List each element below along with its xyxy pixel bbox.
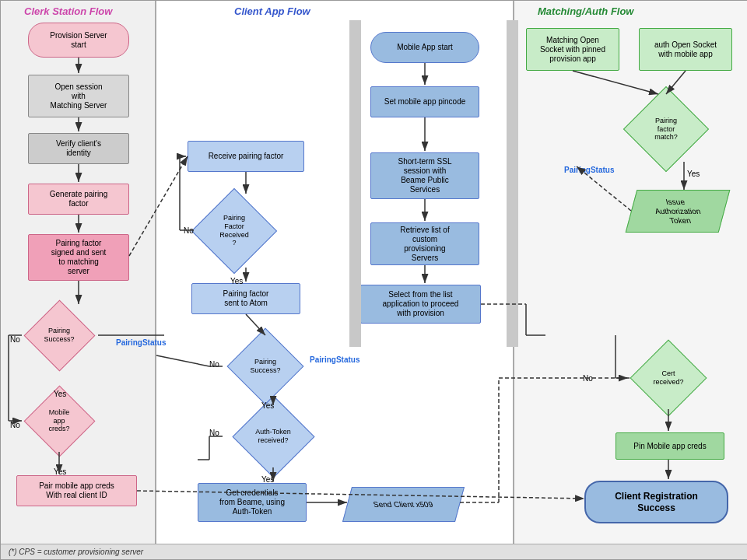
pairing-factor-match-label: Pairing factor match? <box>654 117 678 142</box>
open-session-label: Open session with Matching Server <box>51 82 107 110</box>
matching-open-socket-label: Matching Open Socket with pinned provisi… <box>540 36 605 64</box>
clerk-column-title: Clerk Station Flow <box>24 5 112 17</box>
pairing-success-client-label: Pairing Success? <box>250 358 280 375</box>
provision-server-shape: Provision Server start <box>28 23 129 58</box>
verify-identity-shape: Verify client's identity <box>28 133 129 164</box>
set-pincode-shape: Set mobile app pincode <box>370 86 479 117</box>
matching-open-socket-shape: Matching Open Socket with pinned provisi… <box>526 28 619 71</box>
generate-pairing-label: Generate pairing factor <box>50 190 108 208</box>
flowchart-container: Clerk Station Flow Client App Flow Match… <box>0 0 747 560</box>
cert-received-diamond: Cert received? <box>630 347 707 409</box>
inner-divider-right <box>507 20 518 347</box>
pairing-success-clerk-label: Pairing Success? <box>44 327 74 344</box>
pin-mobile-creds-label: Pin Mobile app creds <box>633 442 706 451</box>
pairing-factor-match-diamond: Pairing factor match? <box>623 94 709 164</box>
pairing-factor-received-diamond: Pairing Factor Received ? <box>191 194 277 268</box>
yes-label-3: Yes <box>230 277 243 285</box>
set-pincode-label: Set mobile app pincode <box>384 97 466 107</box>
footer: (*) CPS = customer provisioning server <box>1 544 747 559</box>
receive-pairing-shape: Receive pairing factor <box>188 141 304 172</box>
matching-column-title: Matching/Auth Flow <box>538 5 633 17</box>
auth-open-socket-shape: auth Open Socket with mobile app <box>639 28 732 71</box>
verify-identity-label: Verify client's identity <box>56 139 101 158</box>
mobile-app-start-label: Mobile App start <box>397 43 453 52</box>
retrieve-list-label: Retrieve list of custom provisioning Ser… <box>400 226 449 263</box>
send-client-x509-label: Send Client x509 <box>373 500 434 509</box>
cert-received-label: Cert received? <box>653 369 683 387</box>
pairing-factor-received-label: Pairing Factor Received ? <box>219 214 249 247</box>
mobile-app-start-shape: Mobile App start <box>370 32 479 63</box>
pairing-signed-label: Pairing factor signed and sent to matchi… <box>51 239 107 276</box>
inner-divider-left <box>349 20 361 347</box>
select-app-label: Select from the list application to proc… <box>383 290 459 318</box>
yes-label-5: Yes <box>261 475 274 484</box>
send-client-x509-shape: Send Client x509 <box>347 487 460 522</box>
pair-mobile-shape: Pair mobile app creds With real client I… <box>16 475 137 506</box>
get-credentials-label: Get credentials from Beame, using Auth-T… <box>219 488 285 516</box>
receive-pairing-label: Receive pairing factor <box>209 152 284 161</box>
select-app-shape: Select from the list application to proc… <box>360 285 481 324</box>
client-column-title: Client App Flow <box>234 5 310 17</box>
mobile-creds-diamond: Mobile app creds? <box>20 390 98 452</box>
no-label-4: No <box>209 360 219 369</box>
footer-text: (*) CPS = customer provisioning server <box>9 548 143 556</box>
pairing-success-clerk-diamond: Pairing Success? <box>20 304 98 366</box>
short-term-ssl-shape: Short-term SSL session with Beame Public… <box>370 152 479 199</box>
issue-auth-token-label: Issue Authorization Token <box>651 198 704 226</box>
pairing-status-label-3: PairingStatus <box>564 166 614 174</box>
open-session-shape: Open session with Matching Server <box>28 75 129 117</box>
client-column-bg <box>156 1 514 545</box>
retrieve-list-shape: Retrieve list of custom provisioning Ser… <box>370 222 479 265</box>
no-label-5: No <box>209 429 219 437</box>
client-reg-success-label: Client Registration Success <box>615 491 698 513</box>
generate-pairing-shape: Generate pairing factor <box>28 184 129 215</box>
pairing-sent-atom-shape: Pairing factor sent to Atom <box>191 283 300 314</box>
pairing-status-label-1: PairingStatus <box>116 338 166 347</box>
pair-mobile-label: Pair mobile app creds With real client I… <box>39 481 114 500</box>
yes-label-1: Yes <box>54 390 66 398</box>
mobile-creds-label: Mobile app creds? <box>48 408 69 433</box>
yes-label-2: Yes <box>54 467 66 476</box>
issue-auth-token-shape: Issue Authorization Token <box>631 190 724 233</box>
provision-server-label: Provision Server start <box>50 31 107 50</box>
no-label-1: No <box>10 335 20 344</box>
pairing-success-client-diamond: Pairing Success? <box>223 335 308 397</box>
yes-label-6: Yes <box>687 170 700 178</box>
auth-open-socket-label: auth Open Socket with mobile app <box>654 40 717 59</box>
pairing-signed-shape: Pairing factor signed and sent to matchi… <box>28 234 129 281</box>
yes-label-4: Yes <box>261 401 274 410</box>
matching-column-bg <box>514 1 747 545</box>
no-label-2: No <box>10 421 20 429</box>
pin-mobile-creds-shape: Pin Mobile app creds <box>615 432 724 460</box>
no-label-6: No <box>583 374 593 383</box>
auth-token-received-diamond: Auth-Token received? <box>223 405 324 467</box>
pairing-status-label-2: PairingStatus <box>310 355 359 364</box>
short-term-ssl-label: Short-term SSL session with Beame Public… <box>398 157 452 194</box>
pairing-sent-atom-label: Pairing factor sent to Atom <box>223 289 269 308</box>
auth-token-received-label: Auth-Token received? <box>255 428 291 445</box>
client-reg-success-shape: Client Registration Success <box>584 481 728 523</box>
no-label-3: No <box>184 226 194 235</box>
get-credentials-shape: Get credentials from Beame, using Auth-T… <box>198 483 307 522</box>
